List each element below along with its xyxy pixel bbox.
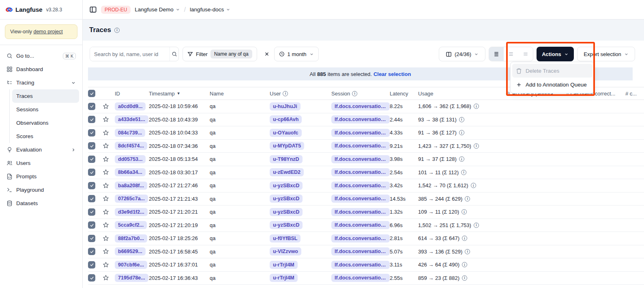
col-header-score-other[interactable]: # c... bbox=[625, 91, 644, 97]
user-badge[interactable]: u-rTrjI4M bbox=[270, 261, 298, 269]
trace-id-badge[interactable]: b669529... bbox=[115, 247, 146, 256]
col-header-user[interactable]: Useri bbox=[270, 91, 331, 97]
table-row[interactable]: b669529... 2025-02-17 16:58:45 qa u-VIZz… bbox=[88, 245, 644, 259]
sidebar-item-tracing[interactable]: Tracing bbox=[3, 76, 79, 89]
col-header-latency[interactable]: Latency bbox=[390, 91, 418, 97]
trace-id-badge[interactable]: 907cbf6e... bbox=[115, 261, 147, 269]
col-header-session[interactable]: Sessioni bbox=[331, 91, 390, 97]
trace-id-badge[interactable]: 8b66a34... bbox=[115, 168, 146, 176]
sidebar-item-users[interactable]: Users bbox=[3, 156, 79, 170]
row-checkbox[interactable] bbox=[88, 116, 95, 123]
star-icon[interactable] bbox=[103, 116, 109, 123]
user-badge[interactable]: u-huJhuJi bbox=[270, 102, 301, 110]
col-header-id[interactable]: ID bbox=[115, 91, 149, 97]
trace-id-badge[interactable]: 7195d78e... bbox=[115, 274, 148, 282]
table-row[interactable]: 88f2a7b0... 2025-02-17 18:25:26 qa u-f0Y… bbox=[88, 232, 644, 245]
row-checkbox[interactable] bbox=[88, 221, 95, 229]
sidebar-item-goto[interactable]: Go to... ⌘ K bbox=[3, 49, 79, 63]
star-icon[interactable] bbox=[103, 130, 109, 136]
search-input[interactable] bbox=[90, 47, 170, 61]
session-badge[interactable]: lf.docs.conversation... bbox=[331, 168, 390, 176]
session-badge[interactable]: lf.docs.conversation... bbox=[331, 234, 390, 243]
table-row[interactable]: 8dcf4574... 2025-02-18 07:34:36 qa u-MYp… bbox=[88, 140, 644, 153]
trace-id-badge[interactable]: 07265c7a... bbox=[115, 195, 148, 203]
usage-info-icon[interactable]: i bbox=[461, 170, 466, 175]
time-range-button[interactable]: 1 month bbox=[274, 47, 319, 61]
trace-id-badge[interactable]: 88f2a7b0... bbox=[115, 234, 147, 243]
session-badge[interactable]: lf.docs.conversation... bbox=[331, 261, 390, 269]
usage-info-icon[interactable]: i bbox=[459, 117, 464, 122]
session-badge[interactable]: lf.docs.conversation... bbox=[331, 102, 390, 110]
menu-item-delete-traces[interactable]: Delete Traces bbox=[512, 64, 592, 78]
user-badge[interactable]: u-yzSBxcD bbox=[270, 221, 303, 229]
user-badge[interactable]: u-zEwdED2 bbox=[270, 168, 304, 176]
star-icon[interactable] bbox=[103, 262, 109, 268]
breadcrumb-org[interactable]: Langfuse Demo bbox=[135, 6, 180, 13]
row-height-small-icon[interactable] bbox=[489, 47, 504, 61]
actions-button[interactable]: Actions bbox=[537, 47, 574, 61]
sidebar-item-observations[interactable]: Observations bbox=[12, 116, 79, 130]
col-header-name[interactable]: Name bbox=[210, 91, 270, 97]
row-checkbox[interactable] bbox=[88, 129, 95, 136]
star-icon[interactable] bbox=[103, 103, 109, 110]
user-badge[interactable]: u-yzSBxcD bbox=[270, 182, 303, 190]
star-icon[interactable] bbox=[103, 275, 109, 281]
trace-id-badge[interactable]: a0cd0d9... bbox=[115, 102, 146, 110]
table-row[interactable]: 907cbf6e... 2025-02-17 16:37:01 qa u-rTr… bbox=[88, 258, 644, 272]
user-badge[interactable]: u-yzSBxcD bbox=[270, 195, 303, 203]
table-row[interactable]: 8b66a34... 2025-02-18 03:30:17 qa u-zEwd… bbox=[88, 166, 644, 180]
usage-info-icon[interactable]: i bbox=[465, 196, 470, 201]
clear-selection-link[interactable]: Clear selection bbox=[374, 71, 411, 77]
sidebar-item-scores[interactable]: Scores bbox=[12, 130, 79, 143]
row-checkbox[interactable] bbox=[88, 156, 95, 163]
star-icon[interactable] bbox=[103, 169, 109, 175]
table-row[interactable]: 7195d78e... 2025-02-17 16:36:43 qa u-rTr… bbox=[88, 272, 644, 285]
column-visibility-button[interactable]: (24/36) bbox=[439, 47, 485, 61]
row-checkbox[interactable] bbox=[88, 195, 95, 202]
user-badge[interactable]: u-cp66Avh bbox=[270, 115, 302, 123]
session-badge[interactable]: lf.docs.conversation... bbox=[331, 221, 390, 229]
sidebar-toggle-icon[interactable] bbox=[89, 6, 97, 13]
row-checkbox[interactable] bbox=[88, 142, 95, 149]
session-badge[interactable]: lf.docs.conversation... bbox=[331, 247, 390, 256]
col-header-timestamp[interactable]: Timestamp▼ bbox=[149, 91, 210, 97]
star-icon[interactable] bbox=[103, 248, 109, 255]
star-icon[interactable] bbox=[103, 209, 109, 215]
filter-button[interactable]: Filter Name any of qa bbox=[182, 47, 257, 61]
trace-id-badge[interactable]: dd05753... bbox=[115, 155, 146, 163]
usage-info-icon[interactable]: i bbox=[465, 249, 470, 254]
row-height-large-icon[interactable] bbox=[518, 47, 533, 61]
session-badge[interactable]: lf.docs.conversation... bbox=[331, 208, 390, 216]
col-header-usage[interactable]: Usage bbox=[418, 91, 506, 97]
breadcrumb-project[interactable]: langfuse-docs bbox=[190, 6, 230, 13]
row-height-medium-icon[interactable] bbox=[504, 47, 518, 61]
table-row[interactable]: a433de51... 2025-02-18 10:43:39 qa u-cp6… bbox=[88, 113, 644, 127]
table-row[interactable]: 07265c7a... 2025-02-17 21:21:43 qa u-yzS… bbox=[88, 193, 644, 206]
table-row[interactable]: 5cca9cf2... 2025-02-17 21:20:19 qa u-yzS… bbox=[88, 219, 644, 232]
table-row[interactable]: ba8a208f... 2025-02-17 21:27:46 qa u-yzS… bbox=[88, 179, 644, 193]
session-badge[interactable]: lf.docs.conversation... bbox=[331, 155, 390, 163]
usage-info-icon[interactable]: i bbox=[459, 156, 464, 162]
sidebar-item-evaluation[interactable]: Evaluation bbox=[3, 143, 79, 156]
table-row[interactable]: d3e9d1f2... 2025-02-17 21:20:21 qa u-yzS… bbox=[88, 206, 644, 219]
clear-filter-icon[interactable] bbox=[263, 50, 270, 58]
search-submit-icon[interactable] bbox=[170, 47, 178, 61]
usage-info-icon[interactable]: i bbox=[474, 223, 479, 228]
row-checkbox[interactable] bbox=[88, 169, 95, 176]
session-badge[interactable]: lf.docs.conversation... bbox=[331, 142, 390, 150]
star-icon[interactable] bbox=[103, 156, 109, 162]
sidebar-item-traces[interactable]: Traces bbox=[12, 89, 79, 103]
usage-info-icon[interactable]: i bbox=[462, 275, 467, 281]
sidebar-item-playground[interactable]: Playground bbox=[3, 183, 79, 197]
row-checkbox[interactable] bbox=[88, 208, 95, 216]
usage-info-icon[interactable]: i bbox=[462, 236, 467, 241]
trace-id-badge[interactable]: d3e9d1f2... bbox=[115, 208, 148, 216]
select-all-checkbox[interactable] bbox=[88, 90, 95, 97]
session-badge[interactable]: lf.docs.conversation... bbox=[331, 182, 390, 190]
star-icon[interactable] bbox=[103, 222, 109, 228]
row-checkbox[interactable] bbox=[88, 235, 95, 242]
row-checkbox[interactable] bbox=[88, 103, 95, 110]
usage-info-icon[interactable]: i bbox=[471, 183, 476, 188]
user-badge[interactable]: u-OYauofc bbox=[270, 129, 302, 137]
user-badge[interactable]: u-T98YnzD bbox=[270, 155, 303, 163]
